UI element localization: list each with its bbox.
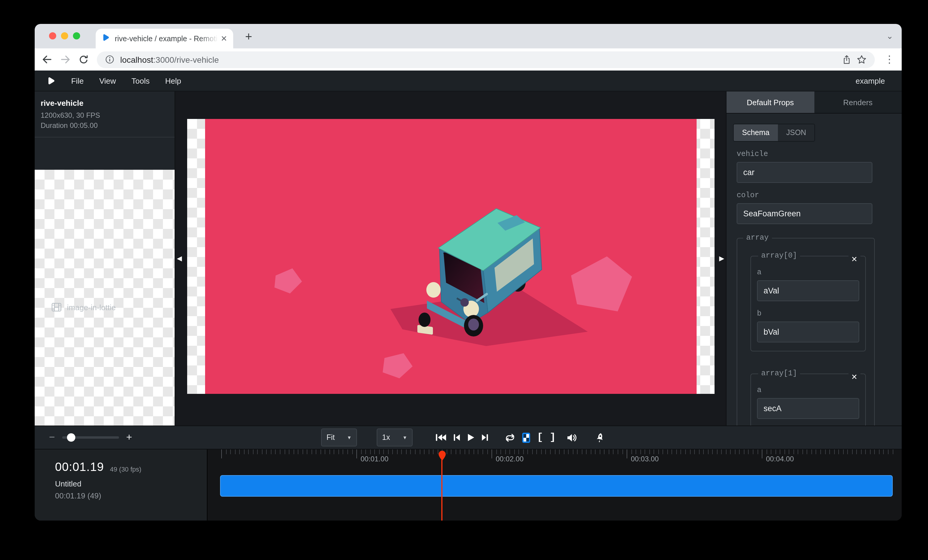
rocket-icon[interactable] bbox=[595, 432, 605, 443]
ruler-label: 00:02.00 bbox=[496, 455, 524, 463]
bookmark-star-icon[interactable] bbox=[857, 55, 866, 64]
ruler-label: 00:03.00 bbox=[631, 455, 659, 463]
close-window-button[interactable] bbox=[49, 32, 56, 40]
remotion-logo-icon[interactable] bbox=[47, 76, 56, 85]
ruler-tick bbox=[893, 449, 893, 454]
address-bar[interactable]: localhost:3000/rive-vehicle bbox=[97, 51, 875, 68]
screenshot-stage: rive-vehicle / example - Remoti ✕ + ⌄ lo… bbox=[0, 0, 928, 560]
ruler-tick bbox=[884, 449, 884, 454]
array0-b-input[interactable]: bVal bbox=[757, 321, 859, 342]
skip-to-start-icon[interactable] bbox=[435, 433, 447, 442]
zoom-window-button[interactable] bbox=[73, 32, 80, 40]
site-info-icon[interactable] bbox=[105, 55, 114, 64]
ruler-tick bbox=[577, 449, 578, 454]
ruler-tick bbox=[541, 449, 542, 454]
zoom-out-button[interactable]: − bbox=[49, 432, 55, 443]
ruler-tick bbox=[334, 449, 334, 454]
browser-tab[interactable]: rive-vehicle / example - Remoti ✕ bbox=[96, 29, 233, 49]
prop-color-input[interactable]: SeaFoamGreen bbox=[737, 203, 872, 224]
ruler-tick bbox=[789, 449, 789, 454]
in-point-icon[interactable]: [ bbox=[537, 431, 543, 443]
ruler-tick bbox=[415, 449, 415, 454]
ruler-tick bbox=[572, 449, 573, 454]
transport-controls: [] bbox=[435, 426, 611, 449]
tab-title: rive-vehicle / example - Remoti bbox=[115, 34, 218, 43]
sidebar-item-image-in-lottie[interactable]: image-in-lottie bbox=[35, 170, 175, 426]
collapse-panel-handle[interactable]: ▶ bbox=[717, 251, 726, 266]
ruler-tick bbox=[609, 449, 609, 454]
menu-view[interactable]: View bbox=[99, 76, 116, 85]
array0-a-input[interactable]: aVal bbox=[757, 280, 859, 301]
ruler-tick bbox=[663, 449, 663, 454]
transparency-checkerboard-icon[interactable] bbox=[522, 432, 530, 443]
ruler-tick bbox=[518, 449, 519, 454]
browser-menu-kebab-icon[interactable]: ⋮ bbox=[884, 53, 894, 66]
new-tab-button[interactable]: + bbox=[245, 30, 252, 44]
share-icon[interactable] bbox=[843, 55, 851, 64]
playhead-line[interactable] bbox=[441, 452, 443, 520]
back-button[interactable] bbox=[42, 55, 52, 64]
menu-file[interactable]: File bbox=[71, 76, 84, 85]
project-duration: Duration 00:05.00 bbox=[41, 121, 169, 131]
project-format: 1200x630, 30 FPS bbox=[41, 111, 169, 121]
ruler-tick bbox=[320, 449, 321, 454]
ruler-tick bbox=[293, 449, 294, 454]
zoom-slider[interactable] bbox=[62, 436, 119, 439]
ruler-tick bbox=[383, 449, 384, 454]
playback-speed-dropdown[interactable]: 1x ▼ bbox=[377, 429, 412, 446]
current-frame-info: 49 (30 fps) bbox=[110, 466, 141, 473]
tab-renders[interactable]: Renders bbox=[814, 91, 902, 113]
zoom-slider-thumb[interactable] bbox=[67, 433, 75, 442]
menu-help[interactable]: Help bbox=[165, 76, 182, 85]
forward-button[interactable] bbox=[60, 55, 70, 64]
tab-search-chevron-icon[interactable]: ⌄ bbox=[887, 31, 893, 41]
play-icon[interactable] bbox=[467, 433, 475, 442]
loop-icon[interactable] bbox=[505, 433, 516, 442]
ruler-tick bbox=[798, 449, 798, 454]
ruler-tick bbox=[302, 449, 303, 454]
ruler-tick bbox=[721, 449, 722, 454]
remove-array-item-icon[interactable]: ✕ bbox=[848, 372, 861, 382]
playback-toolbar: − + Fit ▼ 1x ▼ [] bbox=[35, 426, 902, 449]
ruler-tick bbox=[339, 449, 339, 454]
ruler-tick bbox=[424, 449, 424, 454]
ruler-tick bbox=[392, 449, 393, 454]
toggle-schema[interactable]: Schema bbox=[734, 124, 778, 141]
main-area: rive-vehicle 1200x630, 30 FPS Duration 0… bbox=[35, 91, 902, 426]
reload-button[interactable] bbox=[79, 55, 89, 64]
composition-viewport[interactable] bbox=[187, 119, 714, 394]
minimize-window-button[interactable] bbox=[61, 32, 68, 40]
next-frame-icon[interactable] bbox=[481, 433, 488, 442]
ruler-tick bbox=[330, 449, 330, 454]
ruler-tick bbox=[816, 449, 817, 454]
ruler-tick bbox=[230, 449, 231, 454]
ruler-tick bbox=[717, 449, 717, 454]
volume-icon[interactable] bbox=[567, 433, 577, 442]
ruler-tick bbox=[852, 449, 852, 454]
ruler-tick bbox=[771, 449, 771, 454]
ruler-tick bbox=[510, 449, 510, 454]
out-point-icon[interactable]: ] bbox=[549, 431, 556, 443]
timeline-track-bar[interactable] bbox=[220, 475, 893, 497]
previous-frame-icon[interactable] bbox=[453, 433, 460, 442]
prop-vehicle-input[interactable]: car bbox=[737, 162, 872, 183]
studio-menu-bar: FileViewToolsHelp example bbox=[35, 70, 902, 91]
tab-default-props[interactable]: Default Props bbox=[727, 91, 814, 113]
collapse-sidebar-handle[interactable]: ◀ bbox=[175, 251, 183, 266]
ruler-tick bbox=[568, 449, 569, 454]
ruler-tick bbox=[433, 449, 433, 454]
zoom-in-button[interactable]: + bbox=[126, 432, 132, 443]
menu-tools[interactable]: Tools bbox=[131, 76, 150, 85]
remove-array-item-icon[interactable]: ✕ bbox=[848, 255, 861, 265]
timeline-ruler-area[interactable]: 00:01.0000:02.0000:03.0000:04.00 bbox=[208, 449, 902, 520]
ruler-tick bbox=[730, 449, 731, 454]
ruler-label: 00:04.00 bbox=[766, 455, 794, 463]
tab-close-icon[interactable]: ✕ bbox=[221, 34, 227, 43]
toggle-json[interactable]: JSON bbox=[778, 124, 815, 141]
ruler-tick bbox=[644, 449, 645, 454]
playhead-pin[interactable] bbox=[438, 450, 446, 461]
fit-dropdown[interactable]: Fit ▼ bbox=[321, 429, 357, 446]
array1-a-input[interactable]: secA bbox=[757, 398, 859, 419]
ruler-tick bbox=[523, 449, 524, 454]
ruler-tick bbox=[825, 449, 826, 454]
